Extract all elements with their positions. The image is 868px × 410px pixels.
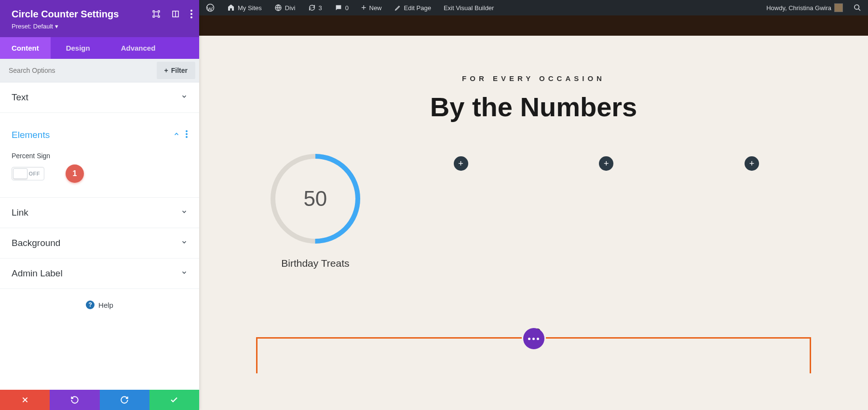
group-elements[interactable]: Elements — [0, 120, 199, 150]
options-list: Text Elements Percent Sign OFF — [0, 82, 199, 390]
chevron-up-icon — [173, 131, 180, 139]
counter-value: 50 — [268, 151, 363, 246]
edit-page-link[interactable]: Edit Page — [393, 0, 433, 15]
group-link[interactable]: Link — [0, 198, 199, 228]
updates-link[interactable]: 3 — [306, 0, 324, 15]
chevron-down-icon — [181, 239, 188, 247]
annotation-badge: 1 — [66, 164, 84, 183]
help-label: Help — [98, 301, 113, 309]
help-icon: ? — [86, 301, 95, 309]
preset-dropdown[interactable]: Preset: Default ▾ — [12, 23, 58, 30]
settings-tabs: Content Design Advanced — [0, 37, 199, 59]
my-sites-label: My Sites — [238, 4, 262, 12]
svg-point-5 — [190, 16, 192, 18]
undo-button[interactable] — [50, 390, 99, 410]
filter-button[interactable]: + Filter — [157, 62, 195, 79]
tab-content[interactable]: Content — [0, 37, 51, 59]
wp-admin-bar: My Sites Divi 3 0 + New Edit Page — [199, 0, 868, 15]
add-module-button[interactable]: + — [745, 156, 759, 171]
avatar — [834, 3, 843, 12]
svg-point-8 — [186, 136, 188, 138]
kebab-icon[interactable] — [186, 130, 188, 140]
svg-point-3 — [190, 10, 192, 12]
circle-counter[interactable]: 50 — [268, 151, 363, 246]
svg-line-14 — [858, 9, 860, 11]
caret-down-icon: ▾ — [55, 23, 58, 30]
search-icon[interactable] — [852, 0, 863, 15]
main-area: My Sites Divi 3 0 + New Edit Page — [199, 0, 868, 410]
tab-design[interactable]: Design — [51, 37, 106, 59]
chevron-down-icon — [181, 208, 188, 217]
counter-label: Birthday Treats — [281, 258, 349, 269]
svg-point-7 — [186, 133, 188, 135]
comments-count: 0 — [345, 4, 349, 12]
page-title: By the Numbers — [228, 91, 839, 123]
toggle-knob — [13, 168, 27, 179]
tab-advanced[interactable]: Advanced — [106, 37, 167, 59]
counter-column-4: + — [679, 151, 825, 171]
counter-column-2: + — [388, 151, 534, 171]
group-admin-label[interactable]: Admin Label — [0, 259, 199, 289]
save-button[interactable] — [149, 390, 199, 410]
group-title: Background — [12, 238, 60, 248]
group-background[interactable]: Background — [0, 228, 199, 259]
page-subtitle: FOR EVERY OCCASION — [228, 74, 839, 82]
counters-row: 50 Birthday Treats + + + — [228, 151, 839, 269]
counter-column-3: + — [534, 151, 679, 171]
sidebar-footer — [0, 390, 199, 410]
svg-point-13 — [854, 5, 859, 9]
add-module-button[interactable]: + — [454, 156, 468, 171]
exit-label: Exit Visual Builder — [444, 4, 494, 12]
site-link[interactable]: Divi — [272, 0, 298, 15]
plus-icon: + — [164, 67, 168, 74]
svg-point-4 — [190, 13, 192, 15]
svg-point-6 — [186, 130, 188, 132]
svg-rect-0 — [154, 12, 159, 16]
new-label: New — [369, 4, 382, 12]
group-title: Text — [12, 92, 28, 103]
help-link[interactable]: ? Help — [0, 289, 199, 321]
new-link[interactable]: + New — [359, 0, 384, 15]
cancel-button[interactable] — [0, 390, 50, 410]
hero-strip — [199, 15, 868, 36]
expand-icon[interactable] — [152, 10, 161, 20]
group-title: Elements — [12, 130, 50, 140]
percent-sign-toggle[interactable]: OFF — [12, 167, 44, 180]
percent-sign-label: Percent Sign — [12, 152, 188, 160]
kebab-icon[interactable] — [190, 10, 192, 20]
group-text[interactable]: Text — [0, 82, 199, 113]
chevron-down-icon — [181, 93, 188, 102]
search-row: + Filter — [0, 59, 199, 82]
my-sites-link[interactable]: My Sites — [225, 0, 264, 15]
settings-sidebar: Circle Counter Settings Preset: Default … — [0, 0, 199, 410]
redo-button[interactable] — [100, 390, 149, 410]
add-module-button[interactable]: + — [599, 156, 613, 171]
comments-link[interactable]: 0 — [333, 0, 351, 15]
edit-label: Edit Page — [404, 4, 431, 12]
group-title: Link — [12, 207, 28, 218]
site-label: Divi — [285, 4, 296, 12]
howdy-link[interactable]: Howdy, Christina Gwira — [764, 0, 845, 15]
section-settings-fab[interactable] — [523, 328, 544, 349]
search-input[interactable] — [0, 60, 153, 81]
group-title: Admin Label — [12, 268, 63, 279]
page-content: FOR EVERY OCCASION By the Numbers 50 Bir… — [199, 36, 868, 373]
sidebar-header: Circle Counter Settings Preset: Default … — [0, 0, 199, 37]
chevron-down-icon — [181, 269, 188, 278]
preset-label: Preset: Default — [12, 23, 53, 30]
howdy-label: Howdy, Christina Gwira — [766, 4, 831, 12]
snap-icon[interactable] — [171, 10, 180, 20]
updates-count: 3 — [319, 4, 322, 12]
plus-icon: + — [361, 3, 366, 13]
filter-label: Filter — [171, 67, 188, 74]
exit-builder-link[interactable]: Exit Visual Builder — [442, 0, 496, 15]
elements-body: Percent Sign OFF 1 — [0, 150, 199, 198]
counter-column-1: 50 Birthday Treats — [243, 151, 388, 269]
wp-logo-icon[interactable] — [204, 0, 217, 15]
toggle-state: OFF — [29, 171, 41, 177]
